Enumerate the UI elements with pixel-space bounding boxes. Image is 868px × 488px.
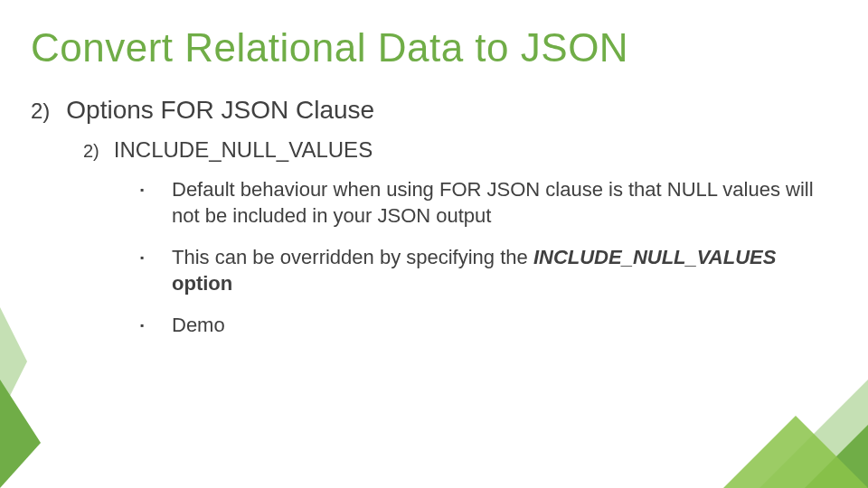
square-bullet-icon: ▪ [137, 177, 146, 202]
decorative-side-shape [0, 307, 54, 488]
bullet-text-strong: option [172, 272, 232, 295]
list-item: ▪ Demo [137, 313, 814, 339]
bullet-text-emphasis: INCLUDE_NULL_VALUES [533, 246, 777, 268]
svg-marker-1 [0, 380, 41, 488]
square-bullet-icon: ▪ [137, 245, 146, 270]
list-marker: 2) [83, 141, 99, 162]
list-level-1: 2) Options FOR JSON Clause [31, 96, 374, 125]
bullet-text: This can be overridden by specifying the… [172, 245, 814, 296]
list-text: Options FOR JSON Clause [66, 96, 374, 125]
bullet-text-prefix: This can be overridden by specifying the [172, 246, 533, 268]
slide: Convert Relational Data to JSON 2) Optio… [0, 0, 868, 488]
square-bullet-icon: ▪ [137, 313, 146, 338]
slide-title: Convert Relational Data to JSON [31, 25, 628, 70]
decorative-corner-shape [714, 334, 868, 488]
bullet-list: ▪ Default behaviour when using FOR JSON … [137, 177, 814, 355]
list-level-2: 2) INCLUDE_NULL_VALUES [83, 137, 373, 163]
bullet-text: Default behaviour when using FOR JSON cl… [172, 177, 814, 229]
list-item: ▪ This can be overridden by specifying t… [137, 245, 814, 296]
list-text: INCLUDE_NULL_VALUES [114, 137, 373, 163]
list-item: ▪ Default behaviour when using FOR JSON … [137, 177, 814, 229]
list-marker: 2) [31, 99, 50, 124]
bullet-text: Demo [172, 313, 225, 339]
